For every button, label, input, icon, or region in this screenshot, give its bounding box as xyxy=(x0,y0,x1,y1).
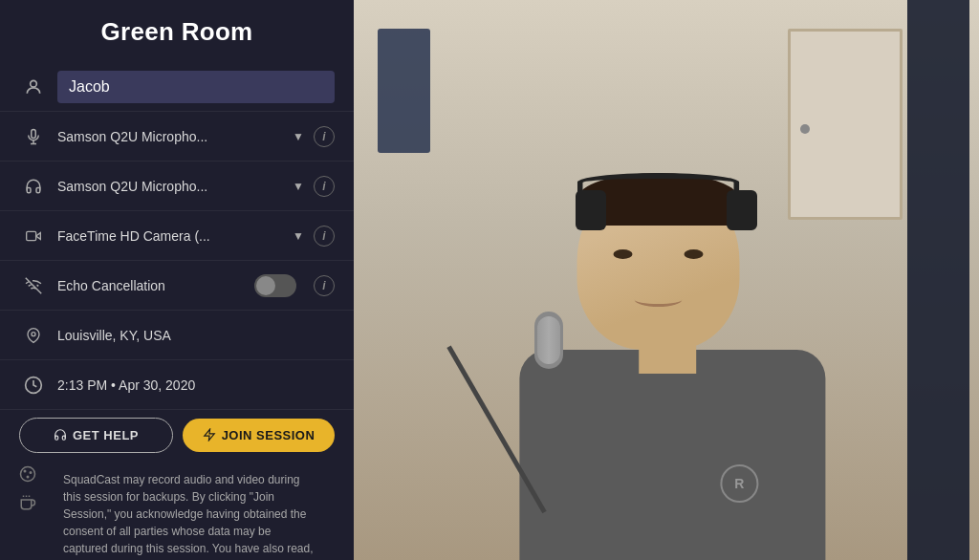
microphone-row: Samson Q2U Micropho... ▼ i xyxy=(0,112,354,162)
clock-icon xyxy=(19,376,48,395)
echo-cancellation-toggle[interactable] xyxy=(254,274,296,297)
time-label: 2:13 PM • Apr 30, 2020 xyxy=(57,377,195,393)
microphone-label: Samson Q2U Micropho... xyxy=(57,129,293,144)
svg-point-12 xyxy=(30,472,32,474)
microphone-assembly xyxy=(542,321,547,512)
get-help-button[interactable]: GET HELP xyxy=(19,418,173,453)
headphones-row: Samson Q2U Micropho... ▼ i xyxy=(0,162,354,211)
person-mouth xyxy=(635,292,683,307)
page-title: Green Room xyxy=(0,0,354,62)
svg-point-11 xyxy=(27,476,29,478)
location-icon xyxy=(19,326,48,345)
action-buttons-row: GET HELP JOIN SESSION xyxy=(0,410,354,460)
disclaimer-text: SquadCast may record audio and video dur… xyxy=(44,463,335,560)
drink-icon xyxy=(19,494,36,511)
disclaimer-icons xyxy=(19,465,36,560)
mic-capsule xyxy=(534,312,563,369)
cookie-icon xyxy=(19,465,36,483)
mic-grille xyxy=(537,316,560,364)
microphone-dropdown-arrow[interactable]: ▼ xyxy=(293,130,304,143)
headphone-cup-right xyxy=(727,190,757,230)
shirt-logo: R xyxy=(720,464,758,503)
headphones-dropdown-arrow[interactable]: ▼ xyxy=(293,180,304,193)
eye-left xyxy=(614,249,633,259)
svg-point-6 xyxy=(32,332,35,335)
headphone-help-icon xyxy=(54,428,67,442)
svg-rect-1 xyxy=(32,129,36,138)
join-icon xyxy=(203,428,216,442)
location-label: Louisville, KY, USA xyxy=(57,328,171,343)
camera-info-button[interactable]: i xyxy=(314,226,335,247)
headphones-info-button[interactable]: i xyxy=(314,176,335,197)
echo-cancellation-icon xyxy=(19,277,48,294)
headphones-label: Samson Q2U Micropho... xyxy=(57,179,293,194)
svg-point-0 xyxy=(31,80,37,87)
svg-point-9 xyxy=(21,467,35,482)
location-row: Louisville, KY, USA xyxy=(0,311,354,360)
person-shirt: R xyxy=(519,350,825,560)
name-input[interactable] xyxy=(57,71,335,103)
camera-icon xyxy=(19,228,48,244)
echo-cancellation-label: Echo Cancellation xyxy=(57,278,254,293)
headphone-band xyxy=(577,173,740,192)
svg-point-10 xyxy=(24,470,26,472)
headphone-cup-left xyxy=(576,190,606,230)
name-row xyxy=(0,62,354,112)
person-area: R xyxy=(354,0,979,560)
sidebar: Green Room Samson Q2U Micropho... ▼ i xyxy=(0,0,354,560)
svg-marker-8 xyxy=(204,429,214,441)
toggle-knob xyxy=(256,276,275,295)
disclaimer-section: SquadCast may record audio and video dur… xyxy=(0,460,354,560)
camera-row: FaceTime HD Camera (... ▼ i xyxy=(0,211,354,261)
echo-cancellation-info-button[interactable]: i xyxy=(314,275,335,296)
join-session-button[interactable]: JOIN SESSION xyxy=(183,419,335,452)
echo-cancellation-row: Echo Cancellation i xyxy=(0,261,354,311)
time-row: 2:13 PM • Apr 30, 2020 xyxy=(0,360,354,410)
video-area: R xyxy=(354,0,979,560)
microphone-select[interactable]: Samson Q2U Micropho... ▼ xyxy=(57,129,304,144)
eye-right xyxy=(685,249,704,259)
room-content: R xyxy=(354,0,979,560)
camera-select[interactable]: FaceTime HD Camera (... ▼ xyxy=(57,228,304,244)
headphones-icon xyxy=(19,178,48,195)
user-icon xyxy=(19,77,48,97)
get-help-label: GET HELP xyxy=(73,428,139,442)
headphones-select[interactable]: Samson Q2U Micropho... ▼ xyxy=(57,179,304,194)
camera-label: FaceTime HD Camera (... xyxy=(57,228,293,244)
join-session-label: JOIN SESSION xyxy=(222,428,315,442)
camera-dropdown-arrow[interactable]: ▼ xyxy=(293,229,304,243)
microphone-icon xyxy=(19,126,48,147)
microphone-info-button[interactable]: i xyxy=(314,126,335,147)
svg-rect-4 xyxy=(27,231,36,240)
